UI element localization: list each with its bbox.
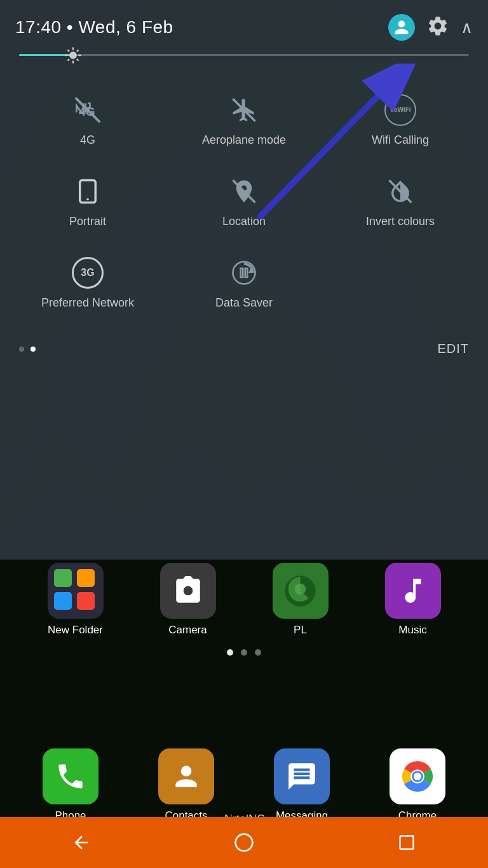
- app-music[interactable]: Music: [375, 563, 451, 637]
- status-time: 17:40 • Wed, 6 Feb: [15, 17, 173, 38]
- quick-settings-row1: 4G 4G Aeroplane mode VoWiFi: [0, 69, 488, 163]
- folder-icon: [48, 563, 104, 619]
- edit-button[interactable]: EDIT: [437, 341, 469, 356]
- gear-icon[interactable]: [426, 15, 449, 40]
- home-page-dots: [0, 643, 488, 662]
- dock-contacts[interactable]: Contacts: [148, 748, 224, 822]
- dock-phone[interactable]: Phone: [32, 748, 109, 822]
- qs-portrait[interactable]: Portrait: [13, 163, 163, 238]
- notification-shade: 17:40 • Wed, 6 Feb ∧: [0, 0, 488, 560]
- status-bar: 17:40 • Wed, 6 Feb ∧: [0, 0, 488, 48]
- qs-4g[interactable]: 4G 4G: [13, 81, 163, 156]
- camera-icon: [160, 563, 216, 619]
- phone-icon: [43, 748, 98, 804]
- user-account-icon[interactable]: [388, 14, 415, 41]
- dock-messaging[interactable]: Messaging: [264, 748, 340, 822]
- qs-location-label: Location: [222, 215, 266, 228]
- home-dot-2: [241, 649, 247, 656]
- qs-wificalling-icon: VoWiFi: [384, 94, 416, 126]
- chevron-up-icon[interactable]: ∧: [461, 19, 473, 36]
- home-button[interactable]: [219, 823, 269, 862]
- page-dot-1: [19, 347, 24, 352]
- chrome-icon: [390, 748, 445, 804]
- messaging-icon: [274, 748, 330, 804]
- status-icons: ∧: [388, 14, 473, 41]
- svg-rect-20: [400, 836, 414, 850]
- app-camera[interactable]: Camera: [150, 563, 226, 637]
- qs-location-icon: [228, 176, 260, 207]
- app-music-label: Music: [398, 624, 426, 637]
- app-pl-label: PL: [294, 624, 307, 637]
- qs-invert-label: Invert colours: [366, 215, 435, 228]
- qs-wificalling-label: Wifi Calling: [372, 134, 429, 147]
- qs-preferrednetwork[interactable]: 3G Preferred Network: [13, 244, 163, 319]
- qs-aeroplane-icon: [228, 94, 260, 126]
- svg-point-19: [236, 834, 253, 851]
- nav-bar: [0, 817, 488, 868]
- qs-datasaver-label: Data Saver: [215, 296, 273, 310]
- quick-settings-row3: 3G Preferred Network Data Saver: [0, 244, 488, 326]
- qs-location[interactable]: Location: [169, 163, 319, 238]
- dock-chrome[interactable]: Chrome: [379, 748, 456, 822]
- qs-empty: [325, 244, 475, 319]
- home-dot-1: [227, 649, 233, 656]
- page-dot-2: [30, 347, 36, 352]
- qs-invert[interactable]: Invert colours: [325, 163, 475, 238]
- contacts-icon: [158, 748, 214, 804]
- qs-datasaver-icon: [228, 257, 260, 289]
- back-button[interactable]: [56, 823, 107, 862]
- qs-bottom-row: EDIT: [0, 332, 488, 366]
- svg-point-12: [295, 583, 306, 595]
- brightness-slider[interactable]: [19, 54, 469, 56]
- qs-4g-label: 4G: [80, 134, 95, 147]
- pl-icon: [273, 563, 329, 619]
- qs-3g-icon: 3G: [72, 257, 104, 289]
- page-dots: [19, 347, 36, 352]
- svg-point-16: [414, 773, 421, 780]
- qs-portrait-label: Portrait: [69, 215, 106, 228]
- app-pl[interactable]: PL: [262, 563, 339, 637]
- recents-button[interactable]: [381, 823, 432, 862]
- music-icon: [385, 563, 441, 619]
- brightness-knob[interactable]: [63, 45, 83, 65]
- qs-datasaver[interactable]: Data Saver: [169, 244, 319, 319]
- qs-aeroplane[interactable]: Aeroplane mode: [169, 81, 319, 156]
- brightness-row: [0, 48, 488, 69]
- app-newfolder-label: New Folder: [48, 624, 103, 637]
- home-dot-3: [255, 649, 261, 656]
- qs-portrait-icon: [72, 176, 104, 207]
- app-newfolder[interactable]: New Folder: [37, 563, 114, 637]
- qs-wificalling[interactable]: VoWiFi Wifi Calling: [325, 81, 475, 156]
- quick-settings-row2: Portrait Location Invert colours: [0, 163, 488, 244]
- qs-aeroplane-label: Aeroplane mode: [202, 134, 286, 147]
- app-row-1: New Folder Camera PL: [0, 556, 488, 643]
- qs-4g-icon: 4G: [72, 94, 104, 126]
- qs-preferrednetwork-label: Preferred Network: [41, 296, 134, 310]
- qs-invert-icon: [384, 176, 416, 207]
- app-camera-label: Camera: [168, 624, 207, 637]
- svg-point-8: [86, 198, 89, 201]
